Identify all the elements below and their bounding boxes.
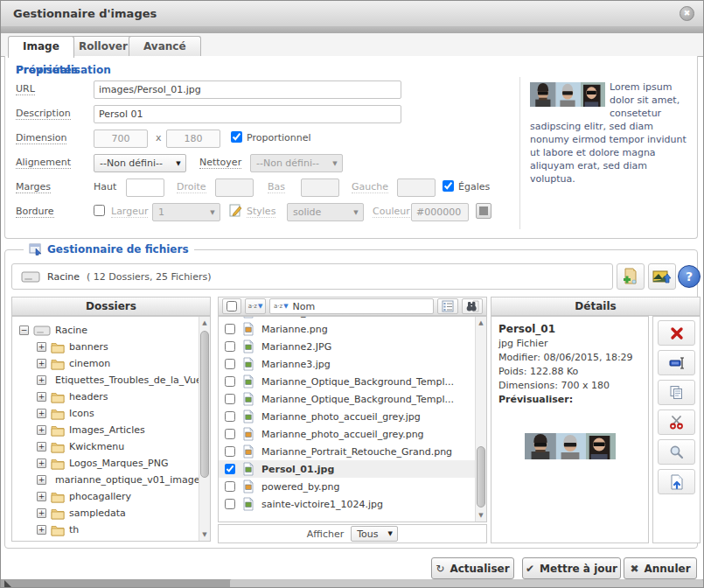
file-checkbox[interactable] bbox=[225, 359, 235, 369]
tab-image[interactable]: Image bbox=[8, 36, 74, 58]
border-checkbox[interactable] bbox=[94, 205, 105, 216]
scroll-up-icon[interactable]: ▲ bbox=[199, 318, 210, 328]
file-row[interactable]: Marianne2.JPG bbox=[219, 338, 475, 355]
tree-scrollbar[interactable]: ▲ ▼ bbox=[199, 317, 210, 541]
sort-button[interactable]: a·z▼ bbox=[245, 298, 266, 314]
tree-item-label: sampledata bbox=[69, 508, 126, 519]
update-button[interactable]: ✔ Mettre à jour bbox=[522, 557, 621, 579]
close-icon[interactable]: ✖ bbox=[680, 6, 694, 21]
search-button[interactable] bbox=[462, 298, 483, 314]
border-width-select: 1▼ bbox=[152, 203, 220, 221]
tree-scroll-thumb[interactable] bbox=[200, 331, 209, 478]
cut-button[interactable] bbox=[658, 410, 695, 435]
new-folder-button[interactable] bbox=[617, 263, 645, 290]
tab-advanced[interactable]: Avancé bbox=[129, 36, 201, 57]
copy-button[interactable] bbox=[658, 380, 695, 405]
margin-top-input[interactable] bbox=[126, 178, 164, 197]
preview-button[interactable] bbox=[658, 439, 695, 465]
file-checkbox[interactable] bbox=[225, 446, 235, 457]
file-checkbox[interactable] bbox=[225, 324, 235, 334]
tree-item[interactable]: + Etiquettes_Troubles_de_la_Vue bbox=[19, 372, 199, 388]
view-mode-button[interactable] bbox=[437, 298, 458, 314]
expand-icon[interactable]: + bbox=[37, 442, 46, 452]
help-icon[interactable]: ? bbox=[678, 265, 701, 288]
expand-icon[interactable]: + bbox=[37, 458, 46, 468]
expand-icon[interactable]: + bbox=[37, 425, 46, 435]
file-checkbox[interactable] bbox=[225, 341, 235, 352]
file-row[interactable]: Marianne_photo_accueil_grey.jpg bbox=[219, 408, 475, 425]
show-select[interactable]: Tous▼ bbox=[351, 526, 398, 542]
file-row[interactable]: Marianne_Portrait_Retouche_Grand.png bbox=[219, 443, 475, 460]
file-checkbox[interactable] bbox=[225, 394, 235, 404]
tree-item[interactable]: + th bbox=[19, 522, 199, 538]
tree-item[interactable]: + banners bbox=[19, 339, 199, 355]
rename-icon bbox=[669, 356, 685, 370]
equal-margins-checkbox[interactable] bbox=[443, 180, 454, 192]
expand-icon[interactable]: + bbox=[37, 359, 46, 368]
expand-icon[interactable]: + bbox=[37, 392, 46, 402]
name-sort-bar[interactable]: a·z▼ Nom bbox=[269, 298, 434, 314]
file-row[interactable]: Marianne_photo_accueil_grey.png bbox=[219, 425, 475, 443]
root-label[interactable]: Racine bbox=[47, 271, 80, 283]
image-file-icon bbox=[241, 410, 255, 424]
scroll-down-icon[interactable]: ▼ bbox=[476, 510, 486, 521]
tree-item-root[interactable]: − Racine bbox=[19, 322, 199, 339]
tree-item[interactable]: + phocagallery bbox=[19, 488, 199, 505]
upload-button[interactable] bbox=[648, 263, 676, 290]
file-scroll-thumb[interactable] bbox=[477, 446, 485, 508]
file-row[interactable]: Marianne_Optique_Background_Templ... bbox=[219, 390, 475, 408]
proportional-checkbox[interactable] bbox=[231, 131, 242, 143]
expand-icon[interactable]: + bbox=[37, 375, 46, 385]
file-checkbox[interactable] bbox=[225, 464, 235, 474]
tree-item-label: Icons bbox=[69, 408, 94, 419]
file-row[interactable]: powered_by.png bbox=[219, 478, 475, 495]
expand-icon[interactable]: + bbox=[37, 525, 46, 535]
expand-icon[interactable]: + bbox=[37, 492, 46, 501]
file-row[interactable]: sainte-victoire1_1024.jpg bbox=[219, 495, 475, 513]
tree-item[interactable]: + Icons bbox=[19, 405, 199, 422]
expand-icon[interactable]: + bbox=[37, 508, 46, 518]
file-checkbox[interactable] bbox=[225, 499, 235, 509]
file-checkbox[interactable] bbox=[225, 429, 235, 439]
file-checkbox[interactable] bbox=[225, 411, 235, 422]
file-row[interactable]: Marianne3.jpg bbox=[219, 355, 475, 373]
url-input[interactable] bbox=[94, 80, 401, 99]
delete-button[interactable] bbox=[658, 320, 695, 346]
preview-title: Prévisualisation bbox=[16, 64, 111, 76]
resize-grip-icon[interactable] bbox=[4, 580, 12, 588]
border-styles-label: Styles bbox=[247, 206, 275, 217]
expand-icon[interactable]: + bbox=[37, 475, 46, 485]
tree-item[interactable]: + Logos_Marques_PNG bbox=[19, 455, 199, 472]
file-checkbox[interactable] bbox=[225, 481, 235, 492]
color-picker-icon[interactable] bbox=[476, 203, 491, 219]
width-input[interactable] bbox=[94, 130, 148, 148]
expand-icon[interactable]: + bbox=[37, 342, 46, 352]
tree-item[interactable]: + Images_Articles bbox=[19, 422, 199, 438]
insert-button[interactable] bbox=[658, 469, 695, 494]
rename-button[interactable] bbox=[658, 350, 695, 375]
alignment-select[interactable]: --Non défini--▼ bbox=[94, 154, 186, 172]
tree-item[interactable]: + headers bbox=[19, 388, 199, 405]
select-all-checkbox[interactable] bbox=[227, 301, 237, 312]
file-row[interactable]: Persol_01.jpg bbox=[219, 460, 475, 478]
details-info-line: Dimensions: 700 x 180 bbox=[498, 379, 641, 393]
tree-item[interactable]: + marianne_optique_v01_images bbox=[19, 472, 199, 488]
file-row[interactable]: Marianne.png bbox=[219, 320, 475, 338]
file-name: Marianne_photo_accueil_grey.png bbox=[261, 429, 424, 440]
scroll-up-icon[interactable]: ▲ bbox=[476, 318, 486, 328]
file-row[interactable]: Marianne_Optique_Background_Templ... bbox=[219, 373, 475, 390]
collapse-icon[interactable]: − bbox=[19, 326, 29, 335]
horizontal-scroll-thumb[interactable] bbox=[230, 579, 703, 588]
description-input[interactable] bbox=[94, 105, 401, 123]
tree-item[interactable]: + Kwickmenu bbox=[19, 438, 199, 455]
tree-item[interactable]: + cinemon bbox=[19, 355, 199, 372]
file-checkbox[interactable] bbox=[225, 376, 235, 387]
cancel-button[interactable]: ✖ Annuler bbox=[624, 557, 697, 579]
scroll-down-icon[interactable]: ▼ bbox=[199, 529, 210, 540]
refresh-button[interactable]: ↻ Actualiser bbox=[431, 557, 514, 579]
expand-icon[interactable]: + bbox=[37, 409, 46, 418]
tree-item[interactable]: + sampledata bbox=[19, 505, 199, 522]
file-scrollbar[interactable]: ▲ ▼ bbox=[475, 317, 486, 522]
horizontal-scrollbar[interactable] bbox=[1, 579, 703, 588]
height-input[interactable] bbox=[166, 130, 220, 148]
